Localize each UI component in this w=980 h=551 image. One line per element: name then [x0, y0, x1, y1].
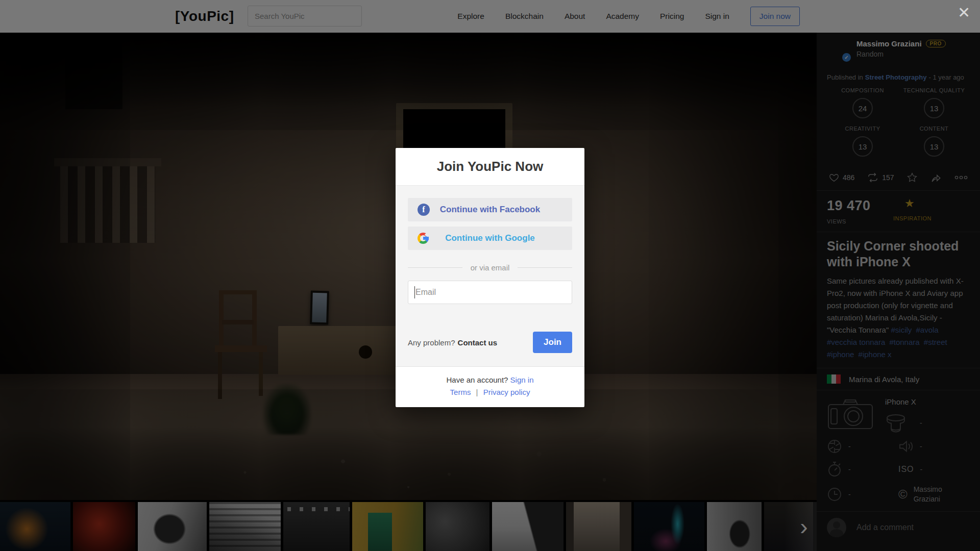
- signin-link[interactable]: Sign in: [510, 375, 534, 384]
- facebook-login-button[interactable]: f Continue with Facebook: [408, 198, 572, 221]
- join-modal: Join YouPic Now f Continue with Facebook…: [396, 148, 584, 407]
- close-icon[interactable]: ✕: [958, 5, 970, 20]
- privacy-link[interactable]: Privacy policy: [483, 388, 530, 396]
- problem-text: Any problem?Contact us: [408, 338, 497, 347]
- or-via-email-divider: or via email: [408, 263, 572, 272]
- terms-link[interactable]: Terms: [450, 388, 471, 396]
- join-button[interactable]: Join: [533, 332, 572, 353]
- contact-us-link[interactable]: Contact us: [458, 338, 498, 347]
- google-login-button[interactable]: Continue with Google: [408, 227, 572, 250]
- modal-header: Join YouPic Now: [396, 148, 584, 186]
- modal-title: Join YouPic Now: [437, 159, 544, 174]
- youpic-photo-page: [YouPic] Explore Blockchain About Academ…: [0, 0, 980, 551]
- facebook-button-label: Continue with Facebook: [440, 205, 540, 215]
- any-problem-label: Any problem?: [408, 338, 455, 347]
- divider-label: or via email: [471, 263, 510, 272]
- google-button-label: Continue with Google: [445, 233, 535, 243]
- google-icon: [418, 233, 429, 244]
- links-separator: |: [476, 388, 478, 396]
- modal-body: f Continue with Facebook Continue with G…: [396, 186, 584, 367]
- modal-footer: Have an account? Sign in Terms | Privacy…: [396, 367, 584, 407]
- facebook-icon: f: [418, 204, 430, 216]
- email-field[interactable]: [408, 281, 572, 304]
- text-caret: [414, 286, 415, 298]
- have-account-label: Have an account?: [447, 375, 508, 384]
